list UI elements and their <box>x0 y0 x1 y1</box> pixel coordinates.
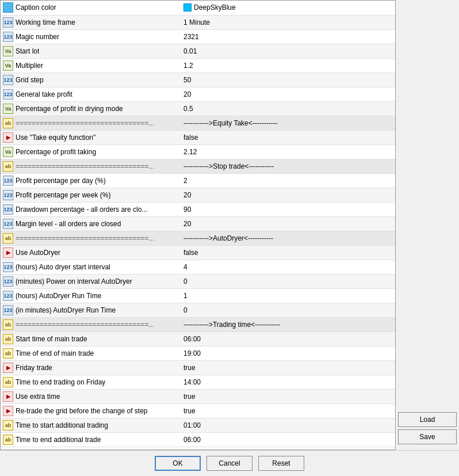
row-label-20: 123(hours) AutoDryer Run Time <box>3 291 177 301</box>
row-label-text-21: (in minutes) AutoDryer Run Time <box>16 306 116 314</box>
row-icon-14: 123 <box>3 204 13 215</box>
row-label-13: 123Profit percentage per week (%) <box>3 190 177 200</box>
row-label-text-10: Percentage of profit taking <box>16 148 96 156</box>
row-icon-20: 123 <box>3 291 13 301</box>
row-label-30: abTime to end additional trade <box>3 435 177 445</box>
row-label-26: abTime to end trading on Friday <box>3 377 177 387</box>
settings-table: Caption colorDeepSkyBlue123Working time … <box>1 1 395 447</box>
ok-button[interactable]: OK <box>155 456 201 471</box>
color-icon <box>3 2 13 13</box>
row-icon-2: 123 <box>3 32 13 42</box>
row-value-8: ----------->Equity Take<----------- <box>179 116 395 130</box>
row-label-text-25: Friday trade <box>16 364 52 372</box>
row-icon-6: 123 <box>3 89 13 100</box>
row-value-5: 50 <box>179 73 395 87</box>
row-label-3: VaStart lot <box>3 46 177 56</box>
row-label-text-26: Time to end trading on Friday <box>16 378 105 386</box>
row-value-22: ----------->Trading time<----------- <box>179 317 395 332</box>
bottom-bar: OK Cancel Reset <box>0 450 459 476</box>
row-label-18: 123(hours) Auto dryer start interval <box>3 262 177 272</box>
row-label-text-28: Re-trade the grid before the change of s… <box>16 407 147 415</box>
row-value-25: true <box>179 360 395 375</box>
row-label-22: ab=================================... <box>3 319 177 330</box>
row-label-0: Caption color <box>3 2 177 13</box>
reset-button[interactable]: Reset <box>258 456 304 471</box>
row-label-4: VaMultiplier <box>3 60 177 71</box>
main-area: Caption colorDeepSkyBlue123Working time … <box>0 0 459 450</box>
row-label-text-5: Grid step <box>16 76 44 84</box>
row-label-text-23: Start time of main trade <box>16 335 87 343</box>
row-label-19: 123(minutes) Power on interval AutoDryer <box>3 276 177 287</box>
row-label-text-6: General take profit <box>16 90 72 98</box>
row-value-2: 2321 <box>179 29 395 44</box>
row-value-11: ----------->Stop trade<----------- <box>179 159 395 173</box>
row-icon-19: 123 <box>3 276 13 287</box>
row-label-text-24: Time of end of main trade <box>16 349 94 357</box>
row-icon-11: ab <box>3 161 13 172</box>
row-label-text-19: (minutes) Power on interval AutoDryer <box>16 277 132 285</box>
row-icon-21: 123 <box>3 305 13 315</box>
row-label-9: ▶Use "Take equity function" <box>3 132 177 143</box>
row-value-3: 0.01 <box>179 44 395 58</box>
row-icon-5: 123 <box>3 75 13 85</box>
row-icon-12: 123 <box>3 176 13 186</box>
table-container[interactable]: Caption colorDeepSkyBlue123Working time … <box>0 0 396 450</box>
row-icon-4: Va <box>3 60 13 71</box>
row-label-15: 123Margin level - all orders are closed <box>3 219 177 229</box>
row-value-1: 1 Minute <box>179 15 395 29</box>
row-label-12: 123Profit percentage per day (%) <box>3 176 177 186</box>
row-value-4: 1.2 <box>179 58 395 73</box>
row-label-8: ab=================================... <box>3 118 177 128</box>
row-value-14: 90 <box>179 202 395 216</box>
row-icon-16: ab <box>3 233 13 243</box>
row-value-19: 0 <box>179 274 395 288</box>
row-value-6: 20 <box>179 87 395 101</box>
row-icon-28: ▶ <box>3 406 13 416</box>
row-value-15: 20 <box>179 216 395 231</box>
load-button[interactable]: Load <box>398 412 457 427</box>
row-icon-29: ab <box>3 420 13 431</box>
row-label-text-20: (hours) AutoDryer Run Time <box>16 292 101 300</box>
row-value-10: 2.12 <box>179 144 395 159</box>
row-label-text-15: Margin level - all orders are closed <box>16 220 121 228</box>
row-label-2: 123Magic number <box>3 32 177 42</box>
row-label-text-29: Time to start additional trading <box>16 421 108 429</box>
row-value-12: 2 <box>179 173 395 188</box>
side-buttons: Load Save <box>396 0 459 450</box>
row-label-24: abTime of end of main trade <box>3 348 177 359</box>
row-label-23: abStart time of main trade <box>3 334 177 344</box>
row-icon-22: ab <box>3 319 13 330</box>
row-label-text-22: =================================... <box>16 321 154 329</box>
row-value-17: false <box>179 245 395 260</box>
row-value-30: 06:00 <box>179 432 395 447</box>
row-icon-24: ab <box>3 348 13 359</box>
color-value-swatch <box>183 3 192 12</box>
row-value-29: 01:00 <box>179 418 395 432</box>
row-value-23: 06:00 <box>179 332 395 346</box>
row-label-text-14: Drawdown percentage - all orders are clo… <box>16 205 147 214</box>
row-label-28: ▶Re-trade the grid before the change of … <box>3 406 177 416</box>
row-icon-15: 123 <box>3 219 13 229</box>
row-label-text-13: Profit percentage per week (%) <box>16 191 110 199</box>
row-value-28: true <box>179 403 395 418</box>
row-label-29: abTime to start additional trading <box>3 420 177 431</box>
save-button[interactable]: Save <box>398 429 457 444</box>
row-value-0: DeepSkyBlue <box>179 1 395 15</box>
row-icon-10: Va <box>3 147 13 157</box>
row-label-text-27: Use extra time <box>16 393 60 401</box>
cancel-button[interactable]: Cancel <box>206 456 253 471</box>
row-icon-1: 123 <box>3 17 13 28</box>
row-label-27: ▶Use extra time <box>3 391 177 402</box>
row-label-1: 123Working time frame <box>3 17 177 28</box>
row-label-11: ab=================================... <box>3 161 177 172</box>
row-icon-25: ▶ <box>3 363 13 373</box>
row-label-text-4: Multiplier <box>16 62 43 70</box>
dialog: Caption colorDeepSkyBlue123Working time … <box>0 0 459 476</box>
row-label-text-7: Percentage of profit in drying mode <box>16 105 123 113</box>
row-label-6: 123General take profit <box>3 89 177 100</box>
row-value-24: 19:00 <box>179 346 395 360</box>
row-label-text-2: Magic number <box>16 33 59 41</box>
row-icon-18: 123 <box>3 262 13 272</box>
row-icon-26: ab <box>3 377 13 387</box>
row-label-5: 123Grid step <box>3 75 177 85</box>
